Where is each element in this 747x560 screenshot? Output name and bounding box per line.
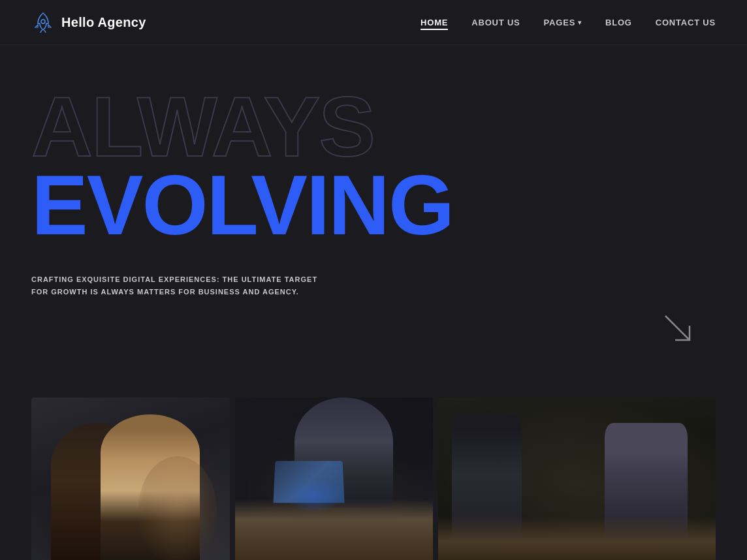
- nav-links: HOME ABOUT US PAGES ▾ BLOG CONTACT US: [421, 16, 716, 28]
- image-team-meeting: [438, 397, 716, 560]
- arrow-icon[interactable]: [662, 313, 695, 345]
- svg-point-0: [41, 20, 45, 23]
- nav-link-blog[interactable]: BLOG: [605, 18, 632, 27]
- nav-link-about[interactable]: ABOUT US: [471, 18, 520, 27]
- hero-title-line1: ALWAYS: [31, 84, 716, 169]
- nav-link-pages[interactable]: PAGES ▾: [544, 18, 582, 27]
- nav-item-blog[interactable]: BLOG: [605, 16, 632, 28]
- hero-title-line2: EVOLVING: [31, 163, 716, 247]
- navbar: Hello Agency HOME ABOUT US PAGES ▾ BLOG …: [0, 0, 747, 45]
- nav-item-contact[interactable]: CONTACT US: [656, 16, 716, 28]
- nav-item-pages[interactable]: PAGES ▾: [544, 18, 582, 27]
- nav-link-contact[interactable]: CONTACT US: [656, 18, 716, 27]
- image-meeting-laptop: [235, 397, 434, 560]
- chevron-down-icon: ▾: [578, 19, 582, 26]
- image-team-women: [31, 397, 230, 560]
- svg-line-1: [665, 316, 690, 340]
- hero-description: CRAFTING EXQUISITE DIGITAL EXPERIENCES: …: [31, 273, 325, 298]
- rocket-icon: [31, 10, 55, 34]
- person-silhouette-2: [101, 414, 200, 560]
- brand-name: Hello Agency: [61, 15, 146, 30]
- nav-item-about[interactable]: ABOUT US: [471, 16, 520, 28]
- images-section: [0, 397, 747, 560]
- meeting-table: [438, 516, 716, 560]
- hero-section: ALWAYS EVOLVING CRAFTING EXQUISITE DIGIT…: [0, 45, 747, 384]
- nav-link-home[interactable]: HOME: [421, 18, 448, 30]
- laptop-glow: [284, 479, 343, 513]
- nav-item-home[interactable]: HOME: [421, 16, 448, 28]
- logo[interactable]: Hello Agency: [31, 10, 146, 34]
